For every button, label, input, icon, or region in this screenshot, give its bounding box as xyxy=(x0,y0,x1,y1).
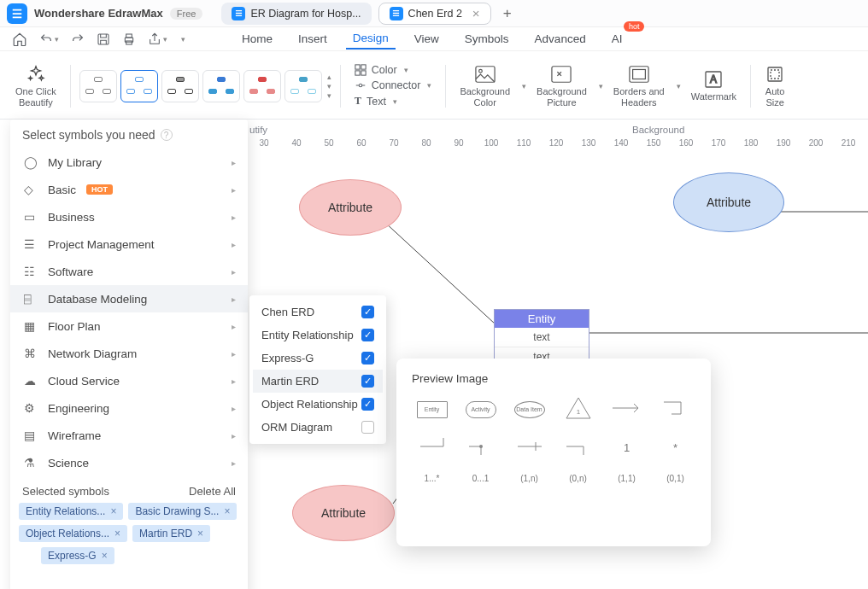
sidebar-item-database-modeling[interactable]: ⌸Database Modeling▸ xyxy=(10,285,248,312)
print-icon[interactable] xyxy=(122,32,136,46)
menu-home[interactable]: Home xyxy=(235,29,279,49)
preview-popover: Preview Image Entity Activity Data Item … xyxy=(396,359,711,546)
hot-chip: HOT xyxy=(86,184,113,195)
flask-icon: ⚗ xyxy=(24,456,38,469)
sidebar-item-network[interactable]: ⌘Network Diagram▸ xyxy=(10,340,248,367)
sidebar-item-wireframe[interactable]: ▤Wireframe▸ xyxy=(10,422,248,449)
redo-icon[interactable] xyxy=(71,32,85,46)
chevron-right-icon: ▸ xyxy=(232,240,236,249)
color-label: Color xyxy=(372,64,397,76)
delete-all-button[interactable]: Delete All xyxy=(189,485,236,498)
close-icon[interactable]: × xyxy=(224,505,230,517)
theme-option-4[interactable] xyxy=(202,70,240,102)
watermark-button[interactable]: A Watermark xyxy=(686,69,742,102)
autosize-button[interactable]: Auto Size xyxy=(760,64,790,107)
bgpic-button[interactable]: Background Picture xyxy=(531,64,592,107)
sidebar-item-project-management[interactable]: ☰Project Management▸ xyxy=(10,230,248,258)
checkbox-icon[interactable]: ✓ xyxy=(361,375,374,388)
sidebar-item-cloud[interactable]: ☁Cloud Service▸ xyxy=(10,367,248,394)
menu-insert[interactable]: Insert xyxy=(291,29,334,49)
chip-object-relations[interactable]: Object Relations...× xyxy=(19,525,127,542)
menu-ai-label: AI xyxy=(612,32,623,45)
chip-express-g[interactable]: Express-G× xyxy=(41,547,114,564)
connector-menu[interactable]: Connector▾ xyxy=(355,79,432,92)
add-tab-button[interactable]: + xyxy=(498,5,517,22)
network-icon: ⌘ xyxy=(24,347,38,360)
submenu-chen-erd[interactable]: Chen ERD✓ xyxy=(253,300,383,324)
theme-option-5[interactable] xyxy=(243,70,281,102)
menu-view[interactable]: View xyxy=(408,29,446,49)
checkbox-icon[interactable]: ✓ xyxy=(361,398,374,411)
menu-symbols[interactable]: Symbols xyxy=(458,29,516,49)
tab-chen-erd-2[interactable]: Chen Erd 2 × xyxy=(378,3,491,25)
submenu-martin-erd[interactable]: Martin ERD✓ xyxy=(253,370,383,393)
pv-triangle-icon: 1 xyxy=(566,397,591,422)
borders-icon xyxy=(629,64,649,85)
chevron-right-icon: ▸ xyxy=(232,185,236,195)
pv-connector-icon xyxy=(663,399,689,420)
chevron-right-icon: ▸ xyxy=(232,213,236,222)
chip-martin-erd[interactable]: Martin ERD× xyxy=(132,525,210,542)
help-icon[interactable]: ? xyxy=(161,129,173,141)
sidebar-item-mylibrary[interactable]: ◯My Library▸ xyxy=(10,149,248,176)
chevron-down-icon[interactable]: ▾ xyxy=(599,82,603,90)
theme-option-6[interactable] xyxy=(284,70,322,102)
share-icon[interactable]: ▾ xyxy=(148,32,167,46)
pv-label: 1...* xyxy=(425,474,440,483)
attribute-shape[interactable]: Attribute xyxy=(673,172,784,232)
close-icon[interactable]: × xyxy=(102,550,108,562)
close-icon[interactable]: × xyxy=(110,505,116,517)
sidebar-item-business[interactable]: ▭Business▸ xyxy=(10,203,248,230)
chip-entity-relations[interactable]: Entity Relations...× xyxy=(19,503,123,520)
checkbox-icon[interactable] xyxy=(361,421,374,434)
sidebar-item-engineering[interactable]: ⚙Engineering▸ xyxy=(10,394,248,422)
close-icon[interactable]: × xyxy=(472,6,480,20)
sidebar-item-software[interactable]: ☷Software▸ xyxy=(10,258,248,285)
bgpic-icon xyxy=(551,64,572,85)
theme-option-2[interactable] xyxy=(120,70,158,102)
checkbox-icon[interactable]: ✓ xyxy=(361,352,374,364)
chevron-right-icon: ▸ xyxy=(232,349,236,359)
submenu-entity-relationship[interactable]: Entity Relationship✓ xyxy=(253,324,383,347)
attribute-shape[interactable]: Attribute xyxy=(299,179,402,236)
checkbox-icon[interactable]: ✓ xyxy=(361,306,374,318)
chevron-down-icon[interactable]: ▾ xyxy=(677,82,681,90)
svg-rect-7 xyxy=(355,71,360,75)
borders-label: Borders and Headers xyxy=(613,86,665,107)
oneclick-beautify[interactable]: One Click Beautify xyxy=(10,64,62,107)
sidebar-item-basic[interactable]: ◇BasicHOT▸ xyxy=(10,176,248,203)
theme-next-icon[interactable]: ▾ xyxy=(327,82,331,90)
submenu-orm-diagram[interactable]: ORM Diagram xyxy=(253,416,383,439)
menu-advanced[interactable]: Advanced xyxy=(528,29,593,49)
menu-ai[interactable]: AIhot xyxy=(605,29,630,49)
theme-option-1[interactable] xyxy=(79,70,117,102)
tab-er-diagram-hospital[interactable]: ER Diagram for Hosp... xyxy=(221,3,371,25)
submenu-express-g[interactable]: Express-G✓ xyxy=(253,347,383,370)
theme-more-icon[interactable]: ▾ xyxy=(327,91,331,100)
borders-button[interactable]: Borders and Headers xyxy=(608,64,670,107)
text-menu[interactable]: TText▾ xyxy=(355,94,432,108)
save-icon[interactable] xyxy=(97,32,110,46)
theme-option-3[interactable] xyxy=(161,70,199,102)
cloud-icon: ☁ xyxy=(24,374,38,388)
close-icon[interactable]: × xyxy=(114,528,120,539)
sidebar-item-floor-plan[interactable]: ▦Floor Plan▸ xyxy=(10,312,248,340)
submenu-object-relationship[interactable]: Object Relationship✓ xyxy=(253,393,383,416)
more-icon[interactable]: ▾ xyxy=(179,35,185,44)
quickbar: ▾ ▾ ▾ Home Insert Design View Symbols Ad… xyxy=(0,27,868,51)
chevron-down-icon[interactable]: ▾ xyxy=(522,82,526,90)
db-icon: ⌸ xyxy=(24,292,38,306)
undo-icon[interactable]: ▾ xyxy=(39,32,59,46)
bgcolor-button[interactable]: Background Color xyxy=(455,64,515,107)
pv-label: * xyxy=(673,441,677,454)
sidebar-item-science[interactable]: ⚗Science▸ xyxy=(10,449,248,476)
color-menu[interactable]: Color▾ xyxy=(355,63,432,77)
close-icon[interactable]: × xyxy=(197,528,203,539)
svg-rect-4 xyxy=(126,41,132,44)
menu-design[interactable]: Design xyxy=(346,28,396,50)
home-icon[interactable] xyxy=(12,32,27,47)
chip-basic-drawing[interactable]: Basic Drawing S...× xyxy=(128,503,237,520)
attribute-shape[interactable]: Attribute xyxy=(292,485,395,541)
theme-prev-icon[interactable]: ▴ xyxy=(327,73,331,81)
checkbox-icon[interactable]: ✓ xyxy=(361,329,374,341)
